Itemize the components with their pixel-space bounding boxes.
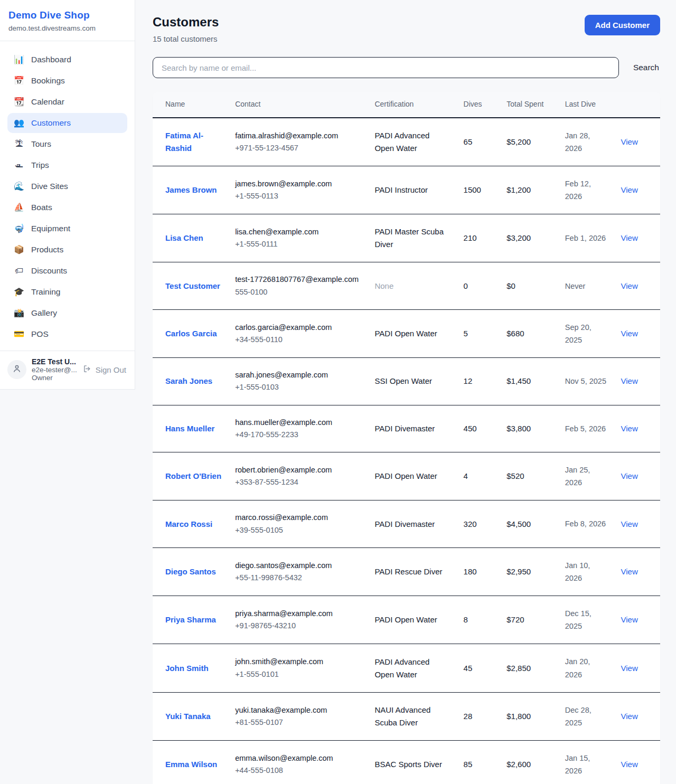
user-meta: E2E Test U... e2e-tester@... Owner [32, 357, 78, 382]
page-title: Customers [153, 15, 219, 30]
customer-phone: +81-555-0107 [235, 716, 362, 729]
sidebar-item-tours[interactable]: 🏝 Tours [7, 134, 127, 154]
customer-phone: 555-0100 [235, 286, 362, 298]
view-customer-link[interactable]: View [621, 137, 637, 146]
customer-phone: +1-555-0111 [235, 238, 362, 250]
customer-certification: PADI Open Water [374, 615, 437, 624]
view-customer-link[interactable]: View [621, 185, 637, 194]
customer-name-link[interactable]: Test Customer [165, 281, 220, 290]
table-header-row: Name Contact Certification Dives Total S… [153, 92, 660, 118]
view-customer-link[interactable]: View [621, 519, 637, 528]
main-content: Customers 15 total customers Add Custome… [135, 0, 676, 784]
sidebar-item-boats[interactable]: ⛵ Boats [7, 197, 127, 218]
gallery-icon: 📸 [14, 309, 24, 317]
customer-total-spent: $5,200 [506, 137, 531, 146]
customer-name-link[interactable]: John Smith [165, 664, 209, 673]
customer-total-spent: $2,850 [506, 664, 531, 673]
sidebar-nav: 📊 Dashboard 📅 Bookings 📆 Calendar 👥 Cust… [0, 41, 135, 351]
customer-name-link[interactable]: Emma Wilson [165, 760, 217, 769]
view-customer-link[interactable]: View [621, 664, 637, 673]
sidebar-item-gallery[interactable]: 📸 Gallery [7, 303, 127, 323]
sidebar-item-training[interactable]: 🎓 Training [7, 282, 127, 302]
sidebar-item-trips[interactable]: 🛥 Trips [7, 155, 127, 175]
sidebar-item-label: Discounts [31, 266, 67, 276]
customer-dives: 4 [464, 471, 468, 480]
trips-icon: 🛥 [14, 161, 24, 169]
sidebar-item-products[interactable]: 📦 Products [7, 240, 127, 260]
training-icon: 🎓 [14, 288, 24, 296]
view-customer-link[interactable]: View [621, 424, 637, 433]
user-role: Owner [32, 374, 78, 382]
table-row: Yuki Tanaka yuki.tanaka@example.com +81-… [153, 692, 660, 740]
customer-email: carlos.garcia@example.com [235, 322, 362, 334]
customer-name-link[interactable]: Marco Rossi [165, 519, 212, 528]
customer-last-dive: Feb 12, 2026 [565, 180, 591, 201]
search-button[interactable]: Search [632, 61, 660, 74]
customer-last-dive: Dec 15, 2025 [565, 609, 592, 630]
sidebar-item-bookings[interactable]: 📅 Bookings [7, 71, 127, 91]
view-customer-link[interactable]: View [621, 760, 637, 769]
customer-last-dive: Never [565, 282, 586, 290]
table-row: Lisa Chen lisa.chen@example.com +1-555-0… [153, 214, 660, 262]
sidebar-item-calendar[interactable]: 📆 Calendar [7, 92, 127, 112]
sign-out-icon [83, 364, 92, 375]
sidebar-item-equipment[interactable]: 🤿 Equipment [7, 219, 127, 239]
view-customer-link[interactable]: View [621, 329, 637, 338]
sidebar-item-pos[interactable]: 💳 POS [7, 324, 127, 344]
view-customer-link[interactable]: View [621, 712, 637, 721]
avatar [7, 360, 26, 379]
add-customer-button[interactable]: Add Customer [585, 15, 660, 35]
customer-dives: 12 [464, 376, 473, 385]
customer-total-spent: $4,500 [506, 519, 531, 528]
customer-name-link[interactable]: Diego Santos [165, 567, 216, 576]
customer-name-link[interactable]: Carlos Garcia [165, 329, 217, 338]
customer-certification: NAUI Advanced Scuba Diver [374, 705, 430, 727]
view-customer-link[interactable]: View [621, 376, 637, 385]
customer-phone: +971-55-123-4567 [235, 142, 362, 154]
view-customer-link[interactable]: View [621, 233, 637, 242]
customer-total-spent: $1,800 [506, 712, 531, 721]
customer-name-link[interactable]: Yuki Tanaka [165, 712, 211, 721]
view-customer-link[interactable]: View [621, 471, 637, 480]
sidebar-item-discounts[interactable]: 🏷 Discounts [7, 261, 127, 281]
customer-last-dive: Jan 20, 2026 [565, 657, 590, 678]
column-header-certification: Certification [368, 92, 457, 118]
customer-certification: PADI Instructor [374, 185, 428, 194]
customer-phone: +1-555-0101 [235, 668, 362, 681]
customer-total-spent: $2,600 [506, 760, 531, 769]
customer-name-link[interactable]: Sarah Jones [165, 376, 212, 385]
shop-title: Demo Dive Shop [8, 10, 126, 21]
customer-certification: PADI Open Water [374, 329, 437, 338]
sidebar-item-label: Dive Sites [31, 182, 68, 191]
customer-name-link[interactable]: Lisa Chen [165, 233, 203, 242]
customer-email: john.smith@example.com [235, 656, 362, 668]
customer-last-dive: Feb 5, 2026 [565, 424, 606, 433]
search-input[interactable] [153, 57, 619, 78]
sidebar-item-dashboard[interactable]: 📊 Dashboard [7, 50, 127, 70]
customer-dives: 8 [464, 615, 468, 624]
user-email: e2e-tester@... [32, 366, 78, 374]
column-header-contact: Contact [229, 92, 368, 118]
customer-phone: +39-555-0105 [235, 524, 362, 536]
customer-email: emma.wilson@example.com [235, 752, 362, 764]
customer-certification: PADI Divemaster [374, 424, 435, 433]
sidebar-item-label: Trips [31, 160, 49, 170]
view-customer-link[interactable]: View [621, 615, 637, 624]
dashboard-icon: 📊 [14, 55, 24, 64]
customer-name-link[interactable]: Robert O'Brien [165, 471, 221, 480]
view-customer-link[interactable]: View [621, 281, 637, 290]
sign-out-button[interactable]: Sign Out [83, 364, 127, 375]
customer-certification: None [374, 281, 393, 290]
customer-name-link[interactable]: Hans Mueller [165, 424, 214, 433]
table-row: Hans Mueller hans.mueller@example.com +4… [153, 405, 660, 452]
sidebar-item-dive-sites[interactable]: 🌊 Dive Sites [7, 176, 127, 196]
customer-name-link[interactable]: Fatima Al-Rashid [165, 131, 203, 153]
customer-phone: +44-555-0108 [235, 764, 362, 777]
sidebar-item-customers[interactable]: 👥 Customers [7, 113, 127, 133]
table-row: Robert O'Brien robert.obrien@example.com… [153, 452, 660, 500]
customer-last-dive: Jan 28, 2026 [565, 131, 590, 153]
view-customer-link[interactable]: View [621, 567, 637, 576]
bookings-icon: 📅 [14, 77, 24, 85]
customer-name-link[interactable]: James Brown [165, 185, 217, 194]
customer-name-link[interactable]: Priya Sharma [165, 615, 216, 624]
